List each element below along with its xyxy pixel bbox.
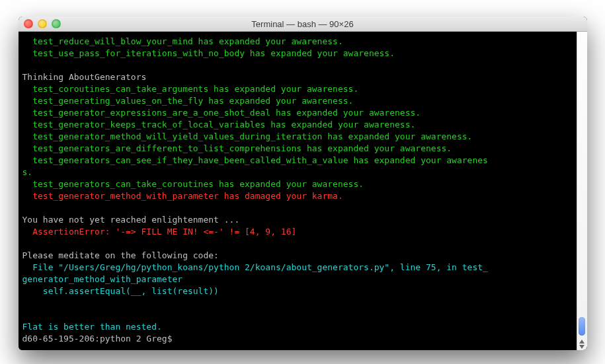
terminal-text: test_generators_can_take_coroutines has …: [22, 179, 364, 189]
terminal-line: AssertionError: '-=> FILL ME IN! <=-' !=…: [22, 226, 574, 238]
terminal-line: test_use_pass_for_iterations_with_no_bod…: [22, 48, 574, 59]
terminal-text: test_use_pass_for_iterations_with_no_bod…: [22, 48, 395, 58]
terminal-line: test_generator_expressions_are_a_one_sho…: [22, 107, 574, 119]
terminal-text: test_generator_expressions_are_a_one_sho…: [22, 108, 421, 118]
terminal-line: self.assertEqual(__, list(result)): [22, 285, 574, 297]
zoom-icon[interactable]: [52, 19, 61, 28]
terminal-text: [22, 238, 28, 248]
terminal-text: test_generating_values_on_the_fly has ex…: [22, 96, 354, 106]
terminal-text: d60-65-195-206:python 2 Greg$: [22, 334, 178, 344]
scrollbar-thumb[interactable]: [579, 317, 585, 336]
terminal-line: test_generator_keeps_track_of_local_vari…: [22, 119, 574, 131]
terminal-line: Please meditate on the following code:: [22, 250, 574, 262]
terminal-line: [22, 309, 574, 321]
terminal-line: File "/Users/Greg/hg/python_koans/python…: [22, 262, 574, 273]
terminal-text: File "/Users/Greg/hg/python_koans/python…: [22, 262, 488, 272]
terminal-text: Thinking AboutGenerators: [22, 72, 147, 82]
terminal-text: [22, 60, 28, 70]
terminal-line: test_generating_values_on_the_fly has ex…: [22, 95, 574, 107]
terminal-line: [22, 59, 574, 71]
terminal-line: test_generator_method_with_parameter has…: [22, 190, 574, 202]
terminal-line: Flat is better than nested.: [22, 321, 574, 333]
terminal-text: s.: [22, 167, 33, 177]
terminal-text: Flat is better than nested.: [22, 322, 162, 332]
terminal-text: [22, 310, 28, 320]
terminal-line: [22, 297, 574, 309]
terminal-text: test_generator_method_will_yield_values_…: [22, 131, 473, 141]
terminal-line: You have not yet reached enlightenment .…: [22, 214, 574, 226]
minimize-icon[interactable]: [38, 19, 47, 28]
terminal-line: generator_method_with_parameter: [22, 273, 574, 285]
terminal-text: test_generators_are_different_to_list_co…: [22, 143, 452, 153]
terminal-line: s.: [22, 166, 574, 178]
terminal-line: test_generators_are_different_to_list_co…: [22, 143, 574, 155]
window-title: Terminal — bash — 90×26: [19, 19, 587, 29]
terminal-line: Thinking AboutGenerators: [22, 71, 574, 83]
terminal-line: [22, 202, 574, 214]
terminal-text: [22, 203, 28, 213]
scroll-up-icon[interactable]: [579, 340, 585, 344]
terminal-text: test_generator_method_with_parameter has…: [22, 191, 343, 201]
terminal-line: test_generator_method_will_yield_values_…: [22, 131, 574, 143]
scrollbar[interactable]: [577, 32, 587, 350]
scroll-down-icon[interactable]: [579, 345, 585, 349]
terminal-line: test_generators_can_take_coroutines has …: [22, 178, 574, 190]
terminal-content[interactable]: test_reduce_will_blow_your_mind has expa…: [19, 32, 577, 350]
terminal-text: test_generators_can_see_if_they_have_bee…: [22, 155, 488, 165]
terminal-text: test_coroutines_can_take_arguments has e…: [22, 84, 359, 94]
window-titlebar[interactable]: Terminal — bash — 90×26: [19, 17, 587, 32]
terminal-text: Please meditate on the following code:: [22, 250, 219, 260]
terminal-text: test_reduce_will_blow_your_mind has expa…: [22, 36, 343, 46]
terminal-line: test_generators_can_see_if_they_have_bee…: [22, 155, 574, 166]
terminal-line: test_coroutines_can_take_arguments has e…: [22, 83, 574, 95]
close-icon[interactable]: [24, 19, 33, 28]
terminal-line: d60-65-195-206:python 2 Greg$: [22, 333, 574, 345]
terminal-text: self.assertEqual(__, list(result)): [22, 286, 219, 296]
terminal-text: [22, 298, 28, 308]
terminal-text: You have not yet reached enlightenment .…: [22, 215, 240, 225]
terminal-line: test_reduce_will_blow_your_mind has expa…: [22, 36, 574, 48]
terminal-body: test_reduce_will_blow_your_mind has expa…: [19, 32, 587, 350]
terminal-line: [22, 238, 574, 250]
terminal-text: test_generator_keeps_track_of_local_vari…: [22, 120, 416, 129]
traffic-lights: [24, 19, 61, 28]
terminal-window: Terminal — bash — 90×26 test_reduce_will…: [19, 17, 587, 350]
terminal-text: generator_method_with_parameter: [22, 274, 183, 284]
terminal-text: AssertionError: '-=> FILL ME IN! <=-' !=…: [22, 227, 297, 237]
